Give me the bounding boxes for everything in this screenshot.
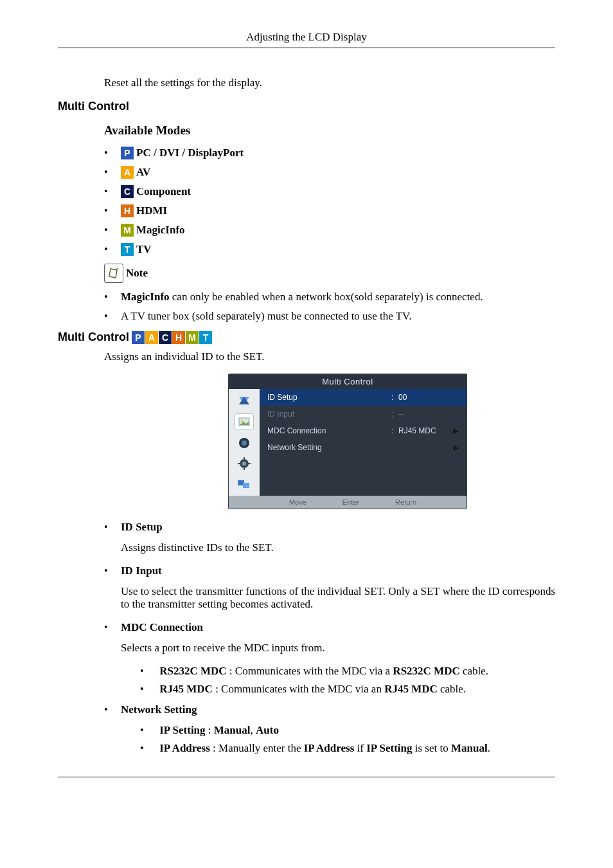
mode-hdmi-icon: H xyxy=(121,204,134,217)
mode-hdmi: H HDMI xyxy=(104,204,555,217)
osd-row-value-2: RJ45 MDC xyxy=(398,426,450,435)
mode-av-label: AV xyxy=(136,166,150,179)
multi-control-items-2: ID Input xyxy=(104,565,555,577)
heading-mode-icons: PACHMT xyxy=(132,331,212,344)
ip-address-t3: is set to xyxy=(412,742,450,754)
footer-rule xyxy=(58,777,555,777)
heading-mode-tv-icon: T xyxy=(199,331,212,344)
note-item-1: A TV tuner box (sold separately) must be… xyxy=(104,310,555,323)
osd-side-icon-picture xyxy=(235,413,254,430)
mode-magicinfo-label: MagicInfo xyxy=(136,224,185,237)
network-label: Network Setting xyxy=(121,703,197,716)
note-icon xyxy=(104,264,123,283)
osd-row-1[interactable]: ID Input:-- xyxy=(260,406,466,422)
mdc-rs232c-t1: : Communicates with the MDC via a xyxy=(227,665,393,677)
osd-side-icons xyxy=(229,389,260,496)
item-mdc-connection: MDC Connection xyxy=(104,621,555,634)
osd-row-3[interactable]: Network Setting▶ xyxy=(260,439,466,456)
mdc-opt-rs232c: RS232C MDC : Communicates with the MDC v… xyxy=(140,665,555,678)
network-ip-address: IP Address : Manually enter the IP Addre… xyxy=(140,742,555,755)
svg-point-5 xyxy=(242,440,247,446)
heading-mode-pc-icon: P xyxy=(132,331,145,344)
ip-setting-comma: , xyxy=(250,724,256,736)
osd-row-2[interactable]: MDC Connection:RJ45 MDC▶ xyxy=(260,422,466,439)
reset-description: Reset all the settings for the display. xyxy=(104,77,555,89)
id-input-desc: Use to select the transmitter functions … xyxy=(121,585,555,611)
osd-foot-return: Return xyxy=(385,498,416,506)
ip-address-label: IP Address xyxy=(159,742,210,754)
section-heading-multi-control: Multi Control xyxy=(58,100,555,113)
multi-control-items-4: Network Setting xyxy=(104,703,555,716)
id-setup-label: ID Setup xyxy=(121,521,163,534)
notes-list: MagicInfo can only be enabled when a net… xyxy=(104,291,555,323)
multi-control-heading-text: Multi Control xyxy=(58,330,129,344)
network-options: IP Setting : Manual, Auto IP Address : M… xyxy=(140,724,555,755)
ip-address-t1: : Manually enter the xyxy=(210,742,304,754)
osd-row-0[interactable]: ID Setup:00 xyxy=(260,389,466,406)
mode-magicinfo: M MagicInfo xyxy=(104,224,555,237)
mdc-label: MDC Connection xyxy=(121,621,203,634)
note-block: Note xyxy=(104,264,555,283)
mode-magicinfo-icon: M xyxy=(121,224,134,237)
osd-foot-enter: Enter xyxy=(332,498,359,506)
chevron-right-icon: ▶ xyxy=(450,426,459,435)
ip-address-b2: IP Setting xyxy=(366,742,412,754)
ip-setting-v2: Auto xyxy=(256,724,279,736)
page-header: Adjusting the LCD Display xyxy=(58,31,555,48)
osd-row-label-1: ID Input xyxy=(267,410,387,419)
mdc-rs232c-t2: cable. xyxy=(460,665,488,677)
mdc-rj45-b1: RJ45 MDC xyxy=(159,683,213,695)
multi-control-items-3: MDC Connection xyxy=(104,621,555,634)
mode-tv: T TV xyxy=(104,243,555,256)
osd-row-value-0: 00 xyxy=(398,393,450,402)
item-id-input: ID Input xyxy=(104,565,555,577)
mode-pc-label: PC / DVI / DisplayPort xyxy=(136,147,244,159)
mdc-options: RS232C MDC : Communicates with the MDC v… xyxy=(140,665,555,696)
multi-control-desc: Assigns an individual ID to the SET. xyxy=(104,350,555,363)
ip-address-t2: if xyxy=(354,742,366,754)
page: Adjusting the LCD Display Reset all the … xyxy=(0,0,613,868)
mode-av-icon: A xyxy=(121,166,134,179)
mdc-opt-rj45: RJ45 MDC : Communicates with the MDC via… xyxy=(140,683,555,696)
mode-tv-icon: T xyxy=(121,243,134,256)
osd-rows: ID Setup:00ID Input:--MDC Connection:RJ4… xyxy=(260,389,466,496)
heading-mode-hdmi-icon: H xyxy=(172,331,185,344)
osd-side-icon-input xyxy=(235,393,253,408)
mode-av: A AV xyxy=(104,166,555,179)
mode-component: C Component xyxy=(104,185,555,198)
osd-body: ID Setup:00ID Input:--MDC Connection:RJ4… xyxy=(229,389,466,496)
mdc-desc: Selects a port to receive the MDC inputs… xyxy=(121,642,555,655)
svg-rect-13 xyxy=(243,483,249,488)
mode-hdmi-label: HDMI xyxy=(136,204,167,217)
mdc-rj45-t1: : Communicates with the MDC via an xyxy=(213,683,384,695)
osd-side-icon-sound xyxy=(235,435,253,451)
chevron-right-icon: ▶ xyxy=(450,443,459,452)
ip-address-t4: . xyxy=(488,742,490,754)
osd-row-label-2: MDC Connection xyxy=(267,426,387,435)
osd-row-label-3: Network Setting xyxy=(267,443,387,452)
osd-menu: Multi Control ID Setup:00ID Input:--MDC … xyxy=(228,374,467,509)
mdc-rs232c-b1: RS232C MDC xyxy=(159,665,226,677)
osd-footer: Move Enter Return xyxy=(229,496,466,509)
item-network-setting: Network Setting xyxy=(104,703,555,716)
multi-control-items: ID Setup xyxy=(104,521,555,534)
note-label: Note xyxy=(126,267,148,280)
available-modes-heading: Available Modes xyxy=(104,123,555,138)
ip-setting-v1: Manual xyxy=(214,724,251,736)
mode-pc-icon: P xyxy=(121,147,134,159)
ip-setting-label: IP Setting xyxy=(159,724,205,736)
osd-side-icon-setup xyxy=(235,456,253,471)
mdc-rj45-t2: cable. xyxy=(438,683,466,695)
ip-address-b3: Manual xyxy=(451,742,488,754)
mdc-rj45-b2: RJ45 MDC xyxy=(384,683,438,695)
ip-address-b1: IP Address xyxy=(304,742,355,754)
network-ip-setting: IP Setting : Manual, Auto xyxy=(140,724,555,737)
osd-row-label-0: ID Setup xyxy=(267,393,387,402)
available-modes-list: P PC / DVI / DisplayPortA AVC ComponentH… xyxy=(104,147,555,256)
mode-tv-label: TV xyxy=(136,243,152,256)
mode-component-icon: C xyxy=(121,185,134,198)
item-id-setup: ID Setup xyxy=(104,521,555,534)
osd-title: Multi Control xyxy=(229,374,466,389)
heading-mode-component-icon: C xyxy=(159,331,172,344)
osd-row-value-1: -- xyxy=(398,410,450,419)
